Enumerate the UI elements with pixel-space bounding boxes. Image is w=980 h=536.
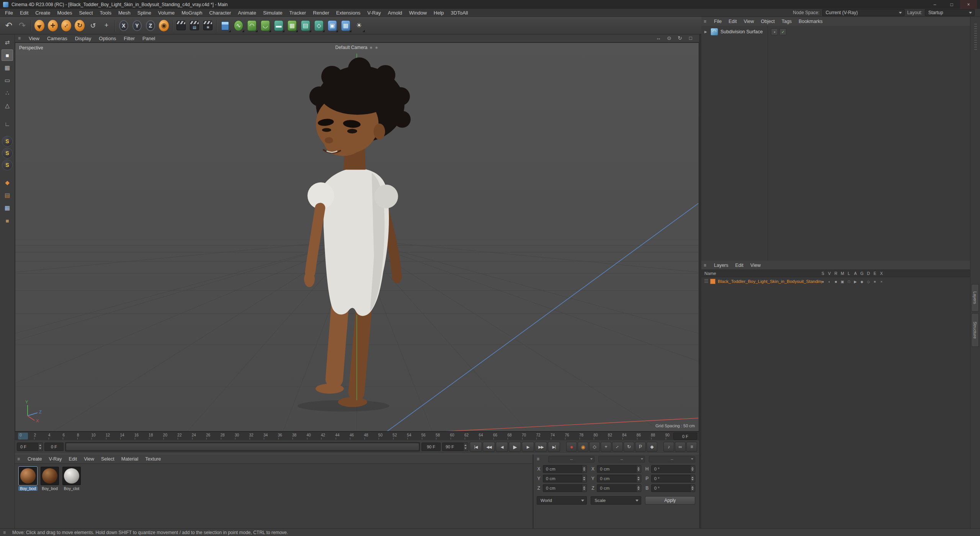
keyframe-selection-button[interactable]: ◇ <box>589 442 600 452</box>
menu-extensions[interactable]: Extensions <box>333 10 364 16</box>
scale-tool[interactable]: ↕ <box>60 18 73 33</box>
mat-menu-texture[interactable]: Texture <box>142 456 164 462</box>
material-thumbnail[interactable] <box>62 467 81 485</box>
record-position-toggle[interactable]: + <box>601 442 611 452</box>
interactive-plus-tool[interactable]: + <box>100 18 113 33</box>
layer-name[interactable]: Black_Toddler_Boy_Light_Skin_in_Bodysuit… <box>718 279 822 284</box>
pos-x-field[interactable]: 0 cm <box>543 465 587 473</box>
menu-file[interactable]: File <box>2 10 16 16</box>
coordinates-panel-menu-icon[interactable] <box>537 456 544 462</box>
paint-tool-button[interactable]: ◆ <box>2 177 13 188</box>
toggle-view-icon[interactable]: □ <box>687 35 694 41</box>
menu-animate[interactable]: Animate <box>235 10 260 16</box>
position-mode-dropdown[interactable]: -- <box>548 456 595 462</box>
range-end-handle[interactable]: 90 F <box>421 443 441 451</box>
range-end-field[interactable]: 90 F <box>442 443 468 451</box>
object-manager-menu-icon[interactable] <box>704 19 710 24</box>
vp-menu-panel[interactable]: Panel <box>139 35 159 42</box>
size-z-field[interactable]: 0 cm <box>597 484 641 492</box>
size-y-field[interactable]: 0 cm <box>597 475 641 482</box>
vp-menu-filter[interactable]: Filter <box>120 35 139 42</box>
move-tool[interactable]: + <box>46 18 59 33</box>
axis-mode-button[interactable]: ∟ <box>2 118 13 129</box>
redo-button[interactable]: ↷ <box>16 18 29 33</box>
stepper[interactable] <box>38 443 42 451</box>
material-mode-button[interactable]: ■ <box>2 215 13 226</box>
layer-solo-icon[interactable]: ● <box>820 279 826 284</box>
dock-grip[interactable] <box>974 24 977 51</box>
coordinate-system-button[interactable]: ◉ <box>157 18 170 33</box>
layer-render-icon[interactable]: ■ <box>833 279 839 284</box>
current-frame-box[interactable]: 0 F <box>673 433 697 440</box>
live-selection-tool[interactable]: ▶ <box>33 18 46 33</box>
menu-help[interactable]: Help <box>430 10 448 16</box>
axis-z-lock-button[interactable]: Z <box>144 18 157 33</box>
menu-mesh[interactable]: Mesh <box>115 10 134 16</box>
om-menu-object[interactable]: Object <box>758 18 778 25</box>
menu-volume[interactable]: Volume <box>155 10 178 16</box>
layer-view-icon[interactable]: ◐ <box>826 279 833 284</box>
render-picture-viewer-button[interactable]: ▤ <box>188 18 201 33</box>
layer-xref-icon[interactable]: × <box>878 279 885 284</box>
rot-p-field[interactable]: 0 ° <box>651 475 695 482</box>
points-mode-button[interactable]: ∴ <box>2 87 13 99</box>
enabled-check-icon[interactable]: ✓ <box>779 28 786 35</box>
record-rotation-toggle[interactable]: ↻ <box>624 442 634 452</box>
zoom-view-icon[interactable]: ⊙ <box>665 35 673 41</box>
object-row[interactable]: ▶ Subdivision Surface ▪✓ <box>704 28 786 36</box>
checker-view-button[interactable]: ▦ <box>2 202 13 214</box>
menu-modes[interactable]: Modes <box>54 10 75 16</box>
menu-simulate[interactable]: Simulate <box>260 10 286 16</box>
light-button[interactable]: ☀ <box>353 18 366 33</box>
snap-mode-button[interactable]: S <box>2 148 13 159</box>
cloner-button[interactable]: ▤ <box>299 18 312 33</box>
mat-menu-view[interactable]: View <box>80 456 98 462</box>
goto-start-button[interactable]: |◀ <box>470 442 482 452</box>
next-key-button[interactable]: ▶▶ <box>535 442 547 452</box>
layer-row[interactable]: Black_Toddler_Boy_Light_Skin_in_Bodysuit… <box>701 277 970 286</box>
record-scale-toggle[interactable]: ↕ <box>612 442 623 452</box>
layer-deformers-icon[interactable]: ◇ <box>865 279 872 284</box>
statusbar-menu-icon[interactable] <box>3 530 10 535</box>
layer-lock-icon[interactable]: □ <box>846 279 852 284</box>
tab-layers[interactable]: Layers <box>971 284 979 312</box>
undo-button[interactable]: ↶ <box>2 18 15 33</box>
camera-label[interactable]: Default Camera <box>335 45 379 50</box>
menu-create[interactable]: Create <box>32 10 54 16</box>
menu-spline[interactable]: Spline <box>134 10 155 16</box>
render-view-button[interactable] <box>175 18 188 33</box>
layer-animation-icon[interactable]: ▶ <box>852 279 859 284</box>
menu-window[interactable]: Window <box>406 10 430 16</box>
world-dropdown[interactable]: World <box>537 496 587 505</box>
axis-x-lock-button[interactable]: X <box>117 18 130 33</box>
workplane-mode-button[interactable]: ▭ <box>2 75 13 86</box>
last-tool-used[interactable]: ↺ <box>87 18 100 33</box>
range-start-field[interactable]: 0 F <box>17 443 43 451</box>
scale-dropdown[interactable]: Scale <box>591 496 641 505</box>
rot-h-field[interactable]: 0 ° <box>651 465 695 473</box>
layer-manager-icon[interactable]: ▣ <box>839 279 846 284</box>
node-space-dropdown[interactable]: Current (V-Ray) <box>822 9 905 16</box>
play-button[interactable]: ▶ <box>509 442 521 452</box>
snap-settings-button[interactable]: S <box>2 160 13 170</box>
pos-y-field[interactable]: 0 cm <box>543 475 587 482</box>
maximize-button[interactable]: □ <box>943 0 960 9</box>
edges-mode-button[interactable]: △ <box>2 100 13 111</box>
camera-settings-icon[interactable] <box>369 45 379 50</box>
model-mode-button[interactable]: ■ <box>2 49 13 61</box>
floor-button[interactable]: ▬ <box>272 18 285 33</box>
add-cube-button[interactable] <box>219 18 232 33</box>
stepper[interactable] <box>463 443 468 451</box>
apply-button[interactable]: Apply <box>645 496 695 505</box>
render-settings-button[interactable]: ∗ <box>201 18 214 33</box>
range-start-handle[interactable]: 0 F <box>44 443 64 451</box>
layer-expressions-icon[interactable]: ∗ <box>872 279 878 284</box>
menu-render[interactable]: Render <box>309 10 333 16</box>
sound-button[interactable]: ♪ <box>663 442 674 452</box>
layer-manager-button[interactable]: ▤ <box>2 190 13 201</box>
layers-menu-view[interactable]: View <box>747 262 764 268</box>
mat-menu-vray[interactable]: V-Ray <box>46 456 65 462</box>
record-keyframe-button[interactable]: ● <box>566 442 577 452</box>
tab-structure[interactable]: Structure <box>971 313 979 347</box>
playback-options-button[interactable]: ≡ <box>686 442 697 452</box>
